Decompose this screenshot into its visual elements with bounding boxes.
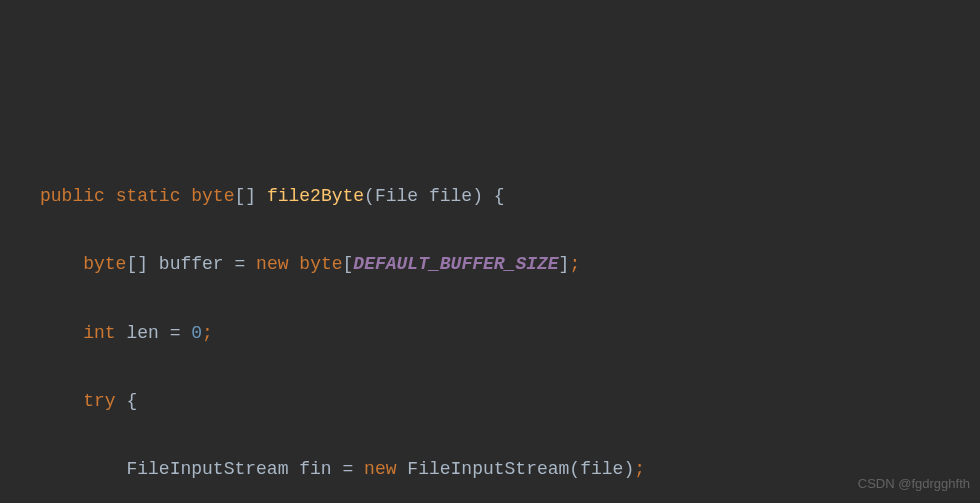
number-zero: 0 <box>191 323 202 343</box>
keyword-try: try <box>83 391 115 411</box>
var-fin: fin <box>299 459 331 479</box>
brackets: [] <box>126 254 148 274</box>
brace-open: { <box>483 186 505 206</box>
semicolon: ; <box>569 254 580 274</box>
class-fileinputstream: FileInputStream <box>126 459 288 479</box>
arg-file: file <box>580 459 623 479</box>
var-len: len <box>126 323 158 343</box>
semicolon: ; <box>202 323 213 343</box>
code-line-5: FileInputStream fin = new FileInputStrea… <box>0 452 980 486</box>
type-int: int <box>83 323 115 343</box>
operator-assign: = <box>234 254 245 274</box>
paren-open: ( <box>569 459 580 479</box>
type-byte: byte <box>299 254 342 274</box>
paren-close: ) <box>623 459 634 479</box>
type-byte: byte <box>191 186 234 206</box>
operator-assign: = <box>342 459 353 479</box>
keyword-new: new <box>256 254 288 274</box>
watermark-text: CSDN @fgdrgghfth <box>858 472 970 497</box>
brackets: [] <box>234 186 256 206</box>
code-line-2: byte[] buffer = new byte[DEFAULT_BUFFER_… <box>0 247 980 281</box>
class-fileinputstream: FileInputStream <box>407 459 569 479</box>
code-line-4: try { <box>0 384 980 418</box>
param-type: File <box>375 186 418 206</box>
paren-open: ( <box>364 186 375 206</box>
keyword-static: static <box>116 186 181 206</box>
semicolon: ; <box>634 459 645 479</box>
code-editor: public static byte[] file2Byte(File file… <box>0 145 980 503</box>
operator-assign: = <box>170 323 181 343</box>
keyword-public: public <box>40 186 105 206</box>
brace-open: { <box>116 391 138 411</box>
paren-close: ) <box>472 186 483 206</box>
bracket-close: ] <box>559 254 570 274</box>
method-name: file2Byte <box>267 186 364 206</box>
var-buffer: buffer <box>159 254 224 274</box>
param-name: file <box>429 186 472 206</box>
code-line-3: int len = 0; <box>0 316 980 350</box>
bracket-open: [ <box>343 254 354 274</box>
constant-buffer-size: DEFAULT_BUFFER_SIZE <box>353 254 558 274</box>
type-byte: byte <box>83 254 126 274</box>
code-line-1: public static byte[] file2Byte(File file… <box>0 179 980 213</box>
keyword-new: new <box>364 459 396 479</box>
